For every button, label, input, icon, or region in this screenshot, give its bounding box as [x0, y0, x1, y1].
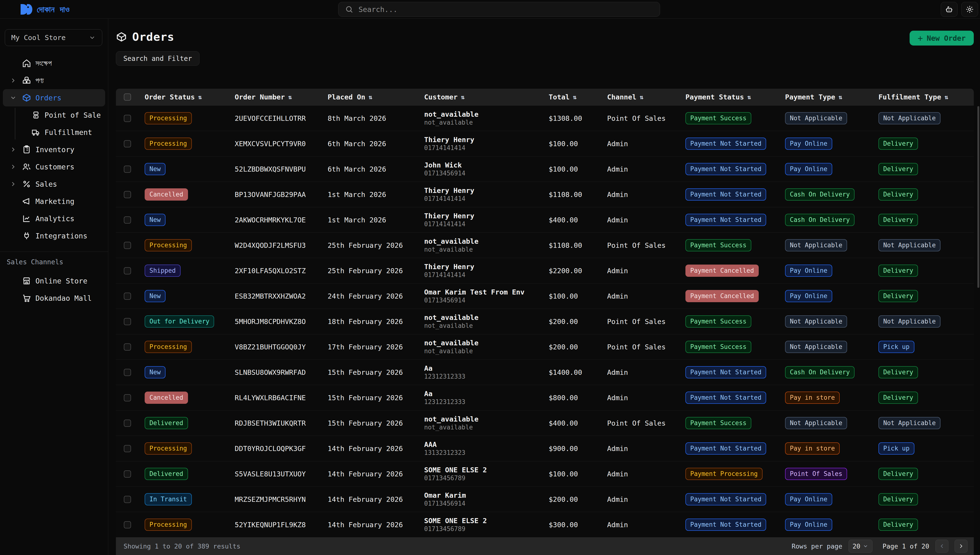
- row-checkbox[interactable]: [124, 165, 131, 173]
- order-channel: Admin: [601, 140, 679, 148]
- order-total: $400.00: [543, 216, 601, 224]
- column-header-payment-status[interactable]: Payment Status⇅: [679, 93, 779, 101]
- row-checkbox-cell: [116, 496, 139, 503]
- placed-on-date: 14th February 2026: [322, 444, 418, 453]
- search-input[interactable]: Search...: [338, 2, 660, 17]
- payment-type-cell: Not Applicable: [779, 417, 873, 429]
- status-badge: Cash On Delivery: [785, 214, 855, 226]
- sidebar-item-marketing[interactable]: Marketing: [0, 192, 108, 210]
- sort-icon: ⇅: [461, 93, 465, 101]
- row-checkbox[interactable]: [124, 369, 131, 376]
- sidebar-item-customers[interactable]: Customers: [0, 158, 108, 175]
- row-checkbox[interactable]: [124, 267, 131, 274]
- row-checkbox[interactable]: [124, 496, 131, 503]
- users-icon: [22, 162, 31, 171]
- table-row[interactable]: Out for Delivery5MHORJM8CPDHVKZ8O18th Fe…: [116, 309, 974, 334]
- table-row[interactable]: CancelledRL4LYWXLRB6ACIFNE15th February …: [116, 385, 974, 410]
- table-row[interactable]: New2AKWOCRHMRKYKL7OE1st March 2026Thiery…: [116, 207, 974, 233]
- order-channel: Admin: [601, 394, 679, 402]
- table-row[interactable]: DeliveredRDJBSETH3WIUKQRTR15th February …: [116, 410, 974, 436]
- home-icon: [22, 59, 31, 68]
- sidebar-item-online-store[interactable]: Online Store: [0, 272, 108, 289]
- rows-per-page-select[interactable]: 20: [849, 540, 873, 553]
- sidebar-item-analytics[interactable]: Analytics: [0, 210, 108, 227]
- table-row[interactable]: ProcessingXEMXCVSVLPCYT9VR06th March 202…: [116, 131, 974, 156]
- table-row[interactable]: ProcessingW2D4XQODJF2LMSFU325th February…: [116, 233, 974, 258]
- row-checkbox[interactable]: [124, 445, 131, 452]
- table-row[interactable]: ProcessingDDT0YROJCLOQPK3GF14th February…: [116, 436, 974, 461]
- row-checkbox[interactable]: [124, 293, 131, 300]
- customer-phone: 01714141414: [424, 195, 543, 203]
- status-badge: Payment Not Started: [686, 366, 766, 379]
- column-header-total[interactable]: Total⇅: [543, 93, 601, 101]
- status-badge: Pay Online: [785, 265, 832, 277]
- app-logo[interactable]: দোকান দাও: [20, 3, 70, 15]
- customer-cell: Aa12312312333: [418, 390, 543, 406]
- row-checkbox[interactable]: [124, 140, 131, 148]
- sidebar-item-overview[interactable]: সংক্ষেপ: [0, 55, 108, 72]
- sidebar-item-fulfillment[interactable]: Fulfillment: [0, 124, 108, 141]
- payment-status-cell: Payment Success: [679, 112, 779, 124]
- placed-on-date: 24th February 2026: [322, 292, 418, 300]
- row-checkbox[interactable]: [124, 318, 131, 325]
- table-row[interactable]: NewESB32MBTRXXHZWOA224th February 2026Om…: [116, 283, 974, 309]
- table-row[interactable]: DeliveredS5VASLE8U13UTXUOY14th February …: [116, 461, 974, 486]
- status-badge: Delivered: [145, 417, 188, 429]
- column-header-channel[interactable]: Channel⇅: [601, 93, 679, 101]
- status-badge: Delivery: [878, 214, 918, 226]
- row-checkbox[interactable]: [124, 242, 131, 249]
- sidebar-item-label: Sales: [35, 180, 57, 188]
- sidebar-item-label: Dokandao Mall: [35, 294, 92, 302]
- column-header-fulfilment-type[interactable]: Fulfilment Type⇅: [873, 93, 974, 101]
- search-and-filter-button[interactable]: Search and Filter: [116, 51, 200, 66]
- order-total: $900.00: [543, 444, 601, 453]
- fulfilment-type-cell: Not Applicable: [873, 112, 974, 124]
- sidebar-item-point-of-sale[interactable]: Point of Sale: [0, 106, 108, 124]
- scrollbar-thumb[interactable]: [977, 106, 979, 288]
- column-header-order-number[interactable]: Order Number⇅: [229, 93, 322, 101]
- table-row[interactable]: Shipped2XF10LFA5QXLO2STZ25th February 20…: [116, 258, 974, 283]
- table-row[interactable]: ProcessingV8BZ21BUHTGGOQ0JY17th February…: [116, 334, 974, 359]
- fulfilment-type-cell: Delivery: [873, 468, 974, 480]
- row-checkbox[interactable]: [124, 470, 131, 478]
- fulfilment-type-cell: Delivery: [873, 265, 974, 277]
- order-channel: Admin: [601, 292, 679, 300]
- store-selector[interactable]: My Cool Store: [5, 29, 102, 46]
- payment-type-cell: Pay in store: [779, 443, 873, 455]
- table-row[interactable]: Processing2UEVOFCCEIHLLOTRR8th March 202…: [116, 106, 974, 131]
- status-badge: Pay Online: [785, 163, 832, 175]
- status-badge: Pay Online: [785, 290, 832, 302]
- assistant-bot-button[interactable]: [941, 2, 958, 17]
- row-checkbox[interactable]: [124, 420, 131, 427]
- sidebar-item-dokandao-mall[interactable]: Dokandao Mall: [0, 289, 108, 307]
- sidebar-item-sales[interactable]: Sales: [0, 175, 108, 192]
- status-badge: Pay in store: [785, 443, 840, 455]
- table-row[interactable]: Processing52YIKEQNUP1FL9KZ814th February…: [116, 512, 974, 537]
- row-checkbox[interactable]: [124, 521, 131, 528]
- sidebar-item-integrations[interactable]: Integrations: [0, 227, 108, 244]
- select-all-checkbox[interactable]: [124, 93, 131, 101]
- settings-button[interactable]: [961, 2, 978, 17]
- row-checkbox[interactable]: [124, 191, 131, 198]
- table-row[interactable]: NewSLNBSU8OWX9RWRFAD15th February 2026Aa…: [116, 359, 974, 385]
- new-order-button[interactable]: + New Order: [910, 30, 974, 45]
- table-row[interactable]: In TransitMRZSEZMJPMCR5RHYN14th February…: [116, 486, 974, 512]
- column-header-payment-type[interactable]: Payment Type⇅: [779, 93, 873, 101]
- row-checkbox[interactable]: [124, 115, 131, 122]
- order-number: 52LZBDBWXQSFNVBPU: [229, 165, 322, 173]
- sidebar-item-inventory[interactable]: Inventory: [0, 141, 108, 158]
- sidebar-item-products[interactable]: পণ্য: [0, 72, 108, 89]
- payment-type-cell: Point Of Sales: [779, 468, 873, 480]
- row-checkbox[interactable]: [124, 343, 131, 351]
- topbar: দোকান দাও Search...: [0, 0, 980, 19]
- table-row[interactable]: CancelledBP13OVANFJGB29PAA1st March 2026…: [116, 182, 974, 207]
- column-header-customer[interactable]: Customer⇅: [418, 93, 543, 101]
- row-checkbox[interactable]: [124, 394, 131, 401]
- sidebar-item-orders[interactable]: Orders: [3, 89, 105, 106]
- previous-page-button[interactable]: [935, 540, 948, 553]
- column-header-order-status[interactable]: Order Status⇅: [139, 93, 229, 101]
- column-header-placed-on[interactable]: Placed On⇅: [322, 93, 418, 101]
- next-page-button[interactable]: [954, 540, 967, 553]
- table-row[interactable]: New52LZBDBWXQSFNVBPU6th March 2026John W…: [116, 156, 974, 182]
- row-checkbox[interactable]: [124, 217, 131, 224]
